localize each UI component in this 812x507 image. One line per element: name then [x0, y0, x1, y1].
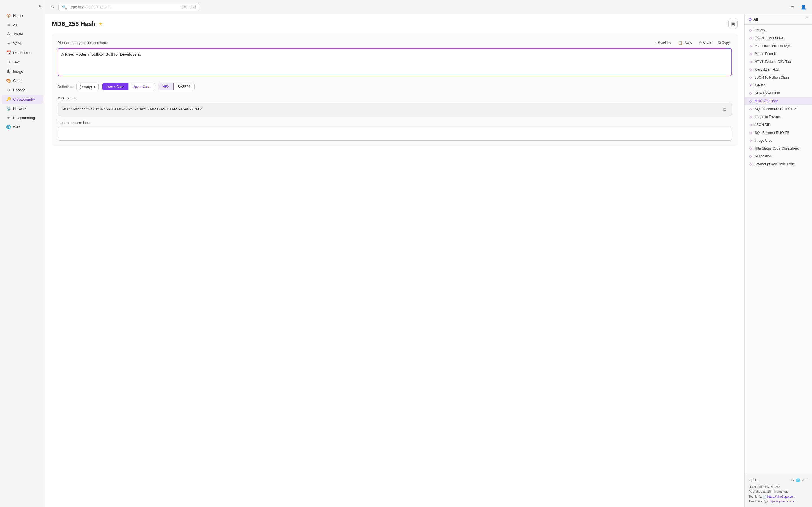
copy-result-button[interactable]: ⧉ — [721, 106, 728, 112]
rp-label-lottery: Lottery — [755, 28, 765, 32]
right-panel-item-lottery[interactable]: ◇ Lottery — [745, 26, 812, 34]
sidebar-item-image[interactable]: 🖼 Image — [2, 67, 43, 76]
sidebar-item-cryptography[interactable]: 🔑 Cryptography — [2, 95, 43, 104]
sidebar-icon-text: Tt — [6, 60, 11, 64]
delimiter-label: Delimiter: — [57, 84, 73, 89]
footer-feedback-row: Feedback: 💬 https://github.com/... — [749, 499, 808, 504]
copy-icon: ⧉ — [718, 40, 721, 45]
right-panel-item-ip-location[interactable]: ◇ IP Location — [745, 152, 812, 160]
footer-expand-icon[interactable]: ˅ — [806, 478, 808, 482]
settings-icon[interactable]: ⚙ — [791, 478, 794, 482]
tool-link[interactable]: https://t.he3app.co... — [767, 495, 796, 498]
right-panel-item-html-table-to-csv[interactable]: ◇ HTML Table to CSV Table — [745, 58, 812, 66]
plus-separator: + — [188, 5, 190, 9]
right-panel-item-image-crop[interactable]: ◇ Image Crop — [745, 136, 812, 145]
rp-label-json-to-python: JSON To Python Class — [755, 75, 789, 79]
globe-icon[interactable]: 🌐 — [796, 478, 800, 482]
right-panel-item-javascript-key-code[interactable]: ◇ Javascript Key Code Table — [745, 160, 812, 168]
favorite-icon[interactable]: ★ — [98, 21, 103, 27]
rp-label-markdown-table-to-sql: Markdown Table to SQL — [755, 44, 791, 48]
copy-button[interactable]: ⧉ Copy — [716, 39, 732, 46]
right-panel-item-keccak384-hash[interactable]: ◇ Keccak384 Hash — [745, 66, 812, 73]
tool-card: Please input your content here: ↑ Read f… — [52, 34, 738, 146]
comparer-input[interactable] — [57, 127, 732, 140]
upper-case-button[interactable]: Upper Case — [129, 83, 154, 90]
rp-icon-keccak384-hash: ◇ — [749, 68, 753, 71]
footer-tool-link-row: Tool Link: 📄 https://t.he3app.co... — [749, 494, 808, 499]
sidebar-icon-programming: ✦ — [6, 115, 11, 120]
info-icon: ℹ — [749, 478, 750, 482]
right-panel: ◇ All ˅ ◇ Lottery ◇ JSON to Markdown ◇ M… — [744, 14, 812, 507]
rp-icon-ip-location: ◇ — [749, 154, 753, 158]
right-panel-list: ◇ Lottery ◇ JSON to Markdown ◇ Markdown … — [745, 24, 812, 475]
right-panel-item-sha3-224-hash[interactable]: ◇ SHA3_224 Hash — [745, 89, 812, 97]
paste-button[interactable]: 📋 Paste — [676, 40, 695, 46]
sidebar-label-web: Web — [13, 125, 20, 129]
rp-label-json-to-markdown: JSON to Markdown — [755, 36, 784, 40]
right-panel-item-image-to-favicon[interactable]: ◇ Image to Favicon — [745, 113, 812, 121]
right-panel-item-md6-256-hash[interactable]: ◇ MD6_256 Hash — [745, 97, 812, 105]
base64-button[interactable]: BASE64 — [174, 83, 194, 90]
right-panel-item-json-to-python[interactable]: ◇ JSON To Python Class — [745, 73, 812, 81]
paste-label: Paste — [684, 41, 693, 45]
sidebar-item-datetime[interactable]: 📅 Date/Time — [2, 48, 43, 57]
topbar-actions: ⎋ 👤 — [789, 3, 809, 11]
sidebar-label-yaml: YAML — [13, 41, 22, 46]
sidebar-item-network[interactable]: 📡 Network — [2, 104, 43, 113]
text-input[interactable]: A Free, Modern Toolbox, Built for Develo… — [57, 48, 732, 76]
result-value: 60a4169b4d123b70230b5a68aa02476267b3df57… — [62, 107, 721, 112]
feedback-link[interactable]: https://github.com/... — [769, 500, 797, 503]
rp-label-md6-256-hash: MD6_256 Hash — [755, 99, 778, 103]
all-filter-label: All — [753, 17, 758, 21]
check-icon[interactable]: ✓ — [802, 478, 805, 482]
version-row: ℹ 1.0.1 ⚙ 🌐 ✓ ˅ — [749, 478, 808, 482]
sidebar-item-text[interactable]: Tt Text — [2, 57, 43, 66]
content-area: MD6_256 Hash ★ ▣ Please input your conte… — [45, 14, 812, 507]
sidebar-collapse-area: « — [0, 2, 45, 11]
home-button[interactable]: ⌂ — [49, 3, 56, 11]
sidebar-icon-color: 🎨 — [6, 78, 11, 83]
footer-published: Published at: 16 minutes ago — [749, 489, 808, 494]
right-panel-item-sql-schema-to-rust[interactable]: ◇ SQL Schema To Rust Struct — [745, 105, 812, 113]
read-file-button[interactable]: ↑ Read file — [653, 40, 673, 46]
right-panel-item-x-path[interactable]: ✕ X-Path — [745, 81, 812, 89]
clear-button[interactable]: ⊘ Clear — [697, 40, 714, 46]
rp-icon-morse-encode: ◇ — [749, 52, 753, 56]
right-panel-item-morse-encode[interactable]: ◇ Morse Encode — [745, 50, 812, 58]
read-file-label: Read file — [658, 41, 671, 45]
sidebar-item-home[interactable]: 🏠 Home — [2, 11, 43, 20]
sidebar-item-all[interactable]: ⊞ All — [2, 20, 43, 29]
sidebar-item-programming[interactable]: ✦ Programming — [2, 113, 43, 122]
sidebar-item-encode[interactable]: ⟨⟩ Encode — [2, 86, 43, 94]
delimiter-select[interactable]: (empty) ▾ — [77, 83, 99, 91]
user-button[interactable]: 👤 — [799, 3, 809, 11]
rp-icon-json-to-python: ◇ — [749, 75, 753, 79]
panel-toggle-button[interactable]: ▣ — [728, 20, 738, 28]
right-panel-item-http-status-code[interactable]: ◇ Http Status Code Cheatsheet — [745, 145, 812, 152]
sidebar-item-json[interactable]: {} JSON — [2, 30, 43, 39]
right-panel-item-json-diff[interactable]: ◇ JSON Diff — [745, 121, 812, 129]
result-section: MD6_256 : 60a4169b4d123b70230b5a68aa0247… — [57, 96, 732, 140]
rp-label-x-path: X-Path — [755, 83, 765, 87]
rp-label-morse-encode: Morse Encode — [755, 52, 776, 56]
footer-meta: Hash tool for MD6_256 Published at: 16 m… — [749, 485, 808, 504]
share-button[interactable]: ⎋ — [789, 3, 796, 11]
sidebar-collapse-button[interactable]: « — [39, 3, 42, 8]
search-input[interactable] — [69, 5, 180, 9]
sidebar-icon-web: 🌐 — [6, 125, 11, 129]
right-panel-item-json-to-markdown[interactable]: ◇ JSON to Markdown — [745, 34, 812, 42]
sidebar-item-color[interactable]: 🎨 Color — [2, 76, 43, 85]
format-toggle-group: HEX BASE64 — [158, 83, 195, 91]
right-panel-item-markdown-table-to-sql[interactable]: ◇ Markdown Table to SQL — [745, 42, 812, 50]
lower-case-button[interactable]: Lower Case — [102, 83, 129, 90]
rp-label-sql-schema-to-io-ts: SQL Schema To IO-TS — [755, 131, 789, 135]
all-filter-button[interactable]: ◇ All — [749, 17, 758, 21]
sidebar-item-web[interactable]: 🌐 Web — [2, 122, 43, 131]
search-bar: 🔍 ⌘ + K — [58, 3, 199, 11]
result-label: MD6_256 : — [57, 96, 732, 100]
sidebar-item-yaml[interactable]: ≡ YAML — [2, 39, 43, 48]
tool-link-label: Tool Link: — [749, 495, 762, 498]
right-panel-item-sql-schema-to-io-ts[interactable]: ◇ SQL Schema To IO-TS — [745, 129, 812, 136]
right-panel-expand-button[interactable]: ˅ — [806, 17, 808, 21]
hex-button[interactable]: HEX — [158, 83, 174, 90]
